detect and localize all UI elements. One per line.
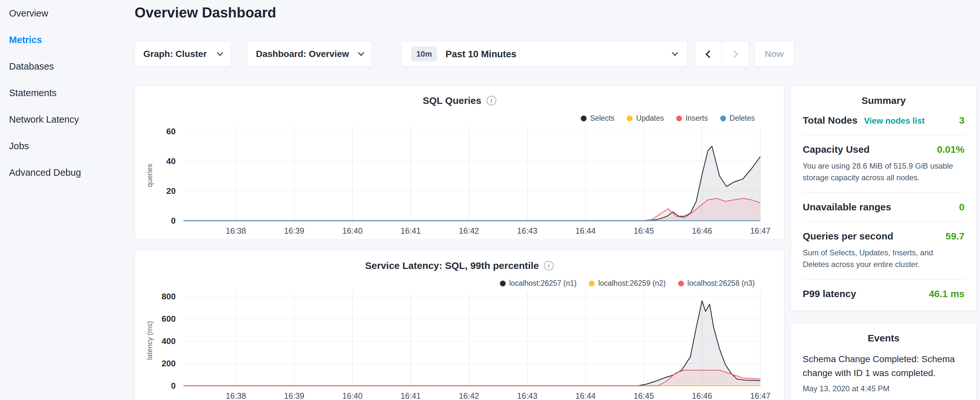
svg-text:16:44: 16:44	[575, 226, 596, 235]
svg-text:16:39: 16:39	[284, 391, 304, 400]
svg-text:16:38: 16:38	[226, 391, 246, 400]
svg-text:0: 0	[171, 381, 176, 390]
sidebar-item-network-latency[interactable]: Network Latency	[9, 106, 129, 133]
chevron-down-icon	[672, 49, 678, 56]
svg-text:16:38: 16:38	[226, 226, 246, 235]
charts-column: SQL Queries Selects Updates Inserts	[135, 85, 784, 400]
sidebar-nav: Overview Metrics Databases Statements Ne…	[9, 0, 129, 186]
sidebar-item-jobs[interactable]: Jobs	[9, 133, 129, 159]
svg-text:16:45: 16:45	[634, 226, 654, 235]
service-latency-chart[interactable]: 020040060080016:3816:3916:4016:4116:4216…	[135, 285, 784, 400]
svg-text:16:43: 16:43	[517, 226, 538, 235]
chart-plot-area: 020040060080016:3816:3916:4016:4116:4216…	[135, 285, 784, 400]
events-panel: Events Schema Change Completed: Schema c…	[791, 323, 977, 400]
sidebar-item-overview[interactable]: Overview	[9, 0, 129, 27]
time-pager	[695, 41, 749, 67]
sidebar-item-advanced-debug[interactable]: Advanced Debug	[9, 159, 129, 186]
svg-text:40: 40	[166, 156, 176, 166]
time-range-badge: 10m	[411, 46, 437, 62]
main-content: Overview Dashboard Graph: Cluster Dashbo…	[129, 0, 980, 400]
svg-text:800: 800	[162, 292, 176, 301]
svg-text:16:41: 16:41	[401, 226, 421, 235]
sql-queries-panel: SQL Queries Selects Updates Inserts	[135, 85, 784, 240]
sidebar-item-statements[interactable]: Statements	[9, 80, 129, 106]
chevron-down-icon	[217, 49, 223, 56]
p99-latency-value: 46.1 ms	[929, 288, 964, 300]
y-axis-label: queries	[146, 164, 154, 187]
event-timestamp: May 13, 2020 at 4:45 PM	[803, 384, 964, 393]
sidebar: Overview Metrics Databases Statements Ne…	[0, 0, 129, 400]
summary-row-total-nodes: Total Nodes View nodes list 3	[803, 106, 964, 135]
svg-text:16:42: 16:42	[459, 226, 479, 235]
chevron-down-icon	[358, 49, 364, 56]
qps-value: 59.7	[946, 231, 964, 242]
sidebar-item-databases[interactable]: Databases	[9, 53, 129, 80]
info-icon[interactable]	[487, 96, 496, 105]
svg-text:16:41: 16:41	[401, 391, 421, 400]
svg-text:16:43: 16:43	[517, 391, 538, 400]
svg-text:200: 200	[162, 359, 176, 368]
events-title: Events	[803, 333, 964, 344]
content-row: SQL Queries Selects Updates Inserts	[135, 85, 980, 400]
svg-text:16:39: 16:39	[284, 226, 304, 235]
time-range-selector[interactable]: 10m Past 10 Minutes	[401, 41, 687, 67]
chart-plot-area: 020406016:3816:3916:4016:4116:4216:4316:…	[135, 120, 784, 240]
svg-text:600: 600	[162, 314, 176, 324]
svg-text:16:46: 16:46	[692, 391, 713, 400]
page-title: Overview Dashboard	[135, 5, 980, 21]
chart-title: Service Latency: SQL, 99th percentile	[135, 260, 784, 271]
summary-panel: Summary Total Nodes View nodes list 3 Ca…	[791, 85, 977, 311]
service-latency-panel: Service Latency: SQL, 99th percentile lo…	[135, 250, 784, 400]
info-icon[interactable]	[544, 261, 554, 271]
svg-text:400: 400	[162, 336, 176, 346]
sidebar-item-metrics[interactable]: Metrics	[9, 27, 129, 53]
summary-row-unavailable-ranges: Unavailable ranges 0	[803, 193, 964, 222]
event-item[interactable]: Schema Change Completed: Schema change w…	[803, 352, 964, 393]
chart-title: SQL Queries	[135, 95, 784, 106]
svg-text:16:47: 16:47	[750, 226, 771, 235]
view-nodes-list-link[interactable]: View nodes list	[864, 116, 924, 126]
now-button[interactable]: Now	[754, 41, 794, 67]
dashboard-dropdown[interactable]: Dashboard: Overview	[247, 41, 372, 67]
summary-title: Summary	[803, 95, 964, 106]
summary-row-queries-per-second: Queries per second 59.7 Sum of Selects, …	[803, 222, 964, 280]
svg-text:16:45: 16:45	[634, 391, 654, 400]
sql-queries-chart[interactable]: 020406016:3816:3916:4016:4116:4216:4316:…	[135, 120, 784, 240]
svg-text:16:40: 16:40	[342, 391, 363, 400]
y-axis-label: latency (ms)	[146, 321, 154, 360]
graph-scope-dropdown[interactable]: Graph: Cluster	[135, 41, 231, 67]
svg-text:60: 60	[166, 126, 176, 136]
svg-text:16:47: 16:47	[750, 391, 771, 400]
time-back-button[interactable]	[695, 41, 722, 67]
svg-text:16:44: 16:44	[575, 391, 596, 400]
svg-text:16:42: 16:42	[459, 391, 479, 400]
side-column: Summary Total Nodes View nodes list 3 Ca…	[791, 85, 977, 400]
chevron-left-icon	[705, 50, 713, 58]
unavailable-ranges-value: 0	[959, 202, 964, 213]
time-forward-button[interactable]	[722, 41, 749, 67]
chevron-right-icon	[730, 50, 738, 58]
capacity-used-value: 0.01%	[937, 144, 964, 155]
svg-text:20: 20	[166, 186, 176, 196]
qps-description: Sum of Selects, Updates, Inserts, and De…	[803, 247, 956, 270]
summary-row-capacity-used: Capacity Used 0.01% You are using 28.6 M…	[803, 135, 964, 193]
total-nodes-value: 3	[959, 115, 964, 126]
capacity-used-description: You are using 28.6 MiB of 515.9 GiB usab…	[803, 160, 956, 183]
svg-text:16:40: 16:40	[342, 226, 363, 235]
svg-text:16:46: 16:46	[692, 226, 713, 235]
summary-row-p99-latency: P99 latency 46.1 ms	[803, 280, 964, 308]
event-text: Schema Change Completed: Schema change w…	[803, 352, 964, 380]
toolbar: Graph: Cluster Dashboard: Overview 10m P…	[135, 41, 980, 67]
svg-text:0: 0	[171, 216, 176, 226]
